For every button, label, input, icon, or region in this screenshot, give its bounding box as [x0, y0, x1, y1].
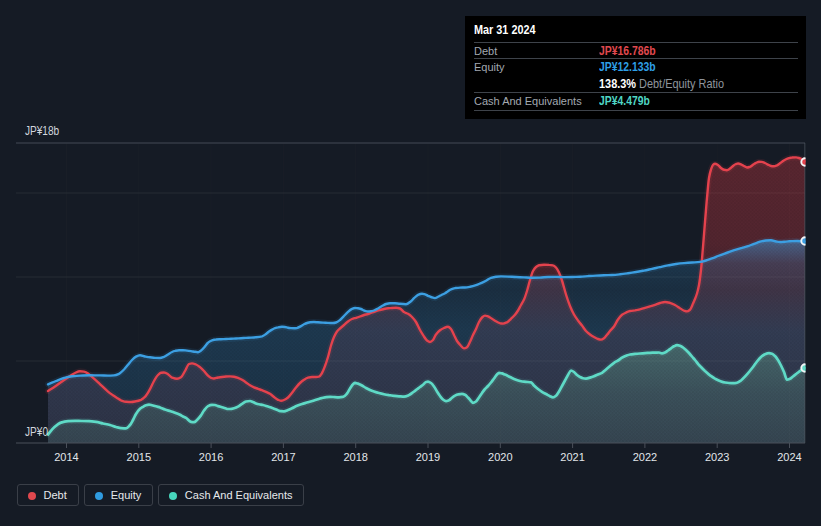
svg-text:2017: 2017 — [271, 451, 296, 463]
svg-text:2014: 2014 — [54, 451, 79, 463]
svg-text:2019: 2019 — [416, 451, 441, 463]
svg-text:2024: 2024 — [777, 451, 802, 463]
svg-text:2018: 2018 — [343, 451, 368, 463]
svg-text:JP¥0: JP¥0 — [25, 425, 48, 439]
svg-text:2015: 2015 — [127, 451, 152, 463]
svg-text:2021: 2021 — [560, 451, 585, 463]
svg-text:2020: 2020 — [488, 451, 513, 463]
svg-text:2022: 2022 — [633, 451, 658, 463]
svg-text:2016: 2016 — [199, 451, 224, 463]
svg-text:JP¥18b: JP¥18b — [25, 124, 59, 138]
svg-text:2023: 2023 — [705, 451, 730, 463]
